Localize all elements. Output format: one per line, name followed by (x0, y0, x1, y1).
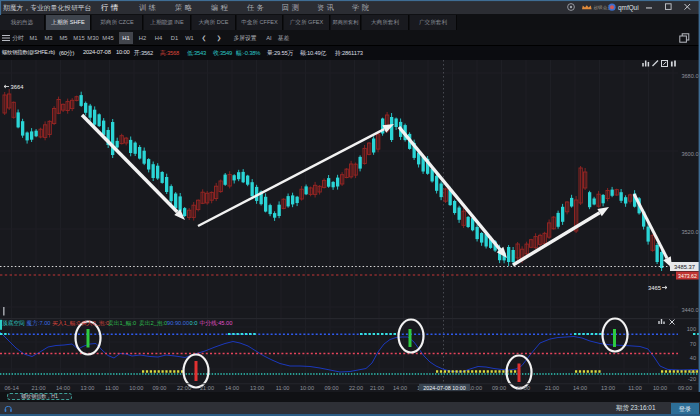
svg-text:11:00: 11:00 (105, 385, 119, 391)
svg-text:10:00: 10:00 (468, 385, 482, 391)
svg-text:3440.0: 3440.0 (681, 307, 698, 313)
svg-text:10:00: 10:00 (653, 385, 667, 391)
svg-text:3473.62: 3473.62 (678, 273, 697, 279)
svg-text:3600.0: 3600.0 (681, 151, 698, 157)
svg-text:21:00: 21:00 (370, 385, 384, 391)
svg-text:40: 40 (690, 355, 696, 361)
svg-text:2024-07-08 10:00: 2024-07-08 10:00 (423, 385, 466, 391)
svg-text:21:00: 21:00 (545, 385, 559, 391)
svg-text:10:00: 10:00 (300, 385, 314, 391)
svg-text:-20: -20 (688, 376, 696, 382)
svg-text:10:00: 10:00 (129, 385, 143, 391)
svg-text:09:00: 09:00 (678, 385, 692, 391)
svg-text:11:00: 11:00 (628, 385, 642, 391)
svg-text:14:00: 14:00 (393, 385, 407, 391)
svg-text:3520.0: 3520.0 (681, 229, 698, 235)
svg-text:09:00: 09:00 (152, 385, 166, 391)
svg-text:22:00: 22:00 (516, 385, 530, 391)
svg-text:13:00: 13:00 (250, 385, 264, 391)
svg-text:06-14: 06-14 (4, 385, 18, 391)
svg-text:11:00: 11:00 (276, 385, 290, 391)
svg-text:70: 70 (690, 341, 696, 347)
svg-text:3664: 3664 (11, 84, 25, 90)
svg-text:3465: 3465 (648, 285, 661, 291)
svg-text:21:00: 21:00 (32, 385, 46, 391)
svg-text:100: 100 (687, 326, 696, 332)
svg-text:09:00: 09:00 (492, 385, 506, 391)
svg-text:13:00: 13:00 (80, 385, 94, 391)
svg-text:09:00: 09:00 (325, 385, 339, 391)
svg-text:22:00: 22:00 (177, 385, 191, 391)
svg-text:14:00: 14:00 (573, 385, 587, 391)
svg-text:21:00: 21:00 (200, 385, 214, 391)
svg-text:3485.37: 3485.37 (674, 264, 695, 270)
svg-text:14:00: 14:00 (56, 385, 70, 391)
svg-text:3680.0: 3680.0 (681, 73, 698, 79)
svg-text:22:00: 22:00 (349, 385, 363, 391)
svg-text:14:00: 14:00 (225, 385, 239, 391)
svg-text:13:00: 13:00 (601, 385, 615, 391)
